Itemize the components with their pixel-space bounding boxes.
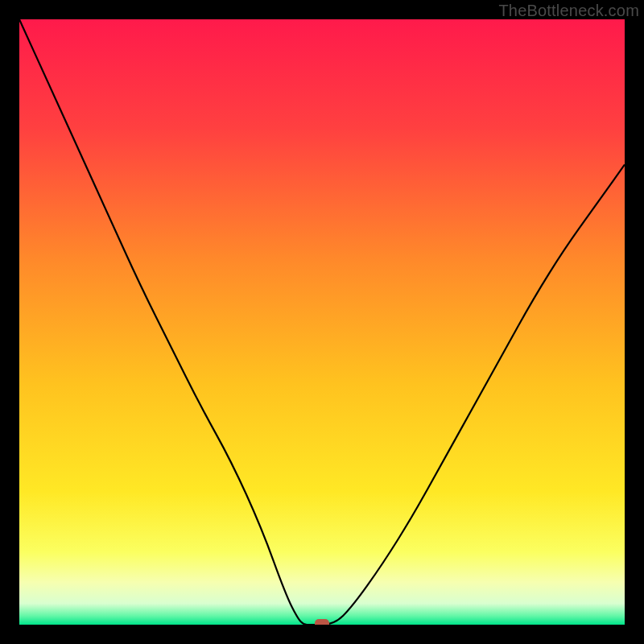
chart-frame: TheBottleneck.com (0, 0, 644, 644)
gradient-background (19, 19, 625, 625)
watermark-text: TheBottleneck.com (498, 2, 639, 20)
optimal-marker (315, 619, 329, 625)
bottleneck-chart (19, 19, 625, 625)
